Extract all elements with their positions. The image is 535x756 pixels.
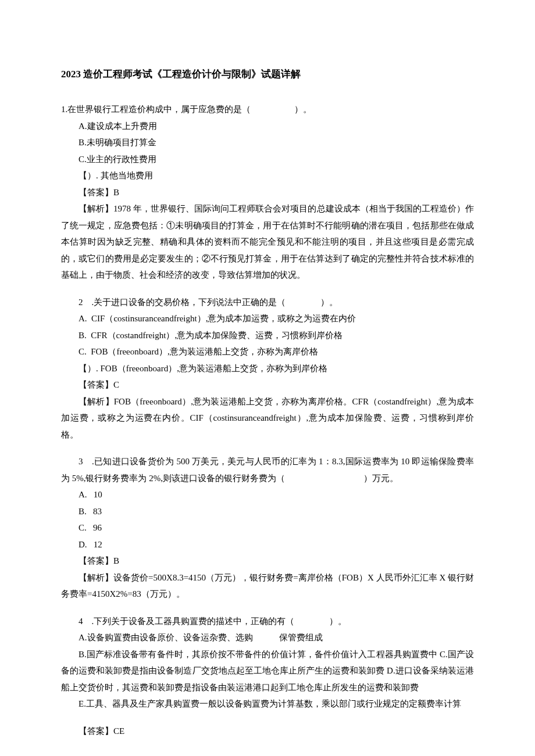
option-c: C. 96 [61,519,474,536]
option-b: B. 83 [61,503,474,520]
option-d: 【）. 其他当地费用 [61,167,474,184]
explanation: 【解析】设备货价=500X8.3=4150（万元），银行财务费=离岸价格（FOB… [61,569,474,603]
option-bcd: B.国产标准设备带有备件时，其原价按不带备件的价值计算，备件价值计入工程器具购置… [61,646,474,696]
option-c: C.业主的行政性费用 [61,151,474,168]
question-3: 3 .已知进口设备货价为 500 万美元，美元与人民币的汇率为 1：8.3,国际… [61,453,474,603]
question-stem: 4 .下列关于设备及工器具购置费的描述中，正确的有（ ）。 [61,613,474,630]
answer-label: 【答案】CE [61,723,474,740]
answer-label: 【答案】C [61,377,474,393]
explanation: 【解析】FOB（freeonboard）,意为装运港船上交货，亦称为离岸价格。C… [61,393,474,443]
answer-label: 【答案】B [61,553,474,569]
option-c: C. FOB（freeonboard）,意为装运港船上交货，亦称为离岸价格 [61,343,474,360]
question-stem: 3 .已知进口设备货价为 500 万美元，美元与人民币的汇率为 1：8.3,国际… [61,453,474,486]
question-2: 2 .关于进口设备的交易价格，下列说法中正确的是（ ）。 A. CIF（cost… [61,294,474,443]
question-1: 1.在世界银行工程造价构成中，属于应急费的是（ ）。 A.建设成本上升费用 B.… [61,101,474,284]
answer-label: 【答案】B [61,184,474,201]
option-a: A. CIF（costinsuranceandfreight）,意为成本加运费，… [61,310,474,327]
document-title: 2023 造价工程师考试《工程造价计价与限制》试题详解 [61,65,474,84]
blank-line [61,712,474,723]
option-b: B. CFR（costandfreight）,意为成本加保险费、运费，习惯称到岸… [61,327,474,344]
question-stem: 1.在世界银行工程造价构成中，属于应急费的是（ ）。 [61,101,474,118]
question-4: 4 .下列关于设备及工器具购置费的描述中，正确的有（ ）。 A.设备购置费由设备… [61,613,474,740]
option-d: D. 12 [61,536,474,553]
page-container: 2023 造价工程师考试《工程造价计价与限制》试题详解 1.在世界银行工程造价构… [0,0,535,756]
option-a: A.设备购置费由设备原价、设备运杂费、选购 保管费组成 [61,629,474,646]
explanation: 【解析】1978 年，世界银行、国际询问工程师联合会对项目的总建设成本（相当于我… [61,200,474,284]
option-a: A. 10 [61,486,474,503]
option-e: E.工具、器具及生产家具购置费一般以设备购置费为计算基数，乘以部门或行业规定的定… [61,696,474,712]
question-stem: 2 .关于进口设备的交易价格，下列说法中正确的是（ ）。 [61,294,474,311]
option-b: B.未明确项目打算金 [61,134,474,151]
option-a: A.建设成本上升费用 [61,118,474,135]
option-d: 【）. FOB（freeonboard）,意为装运港船上交货，亦称为到岸价格 [61,360,474,377]
